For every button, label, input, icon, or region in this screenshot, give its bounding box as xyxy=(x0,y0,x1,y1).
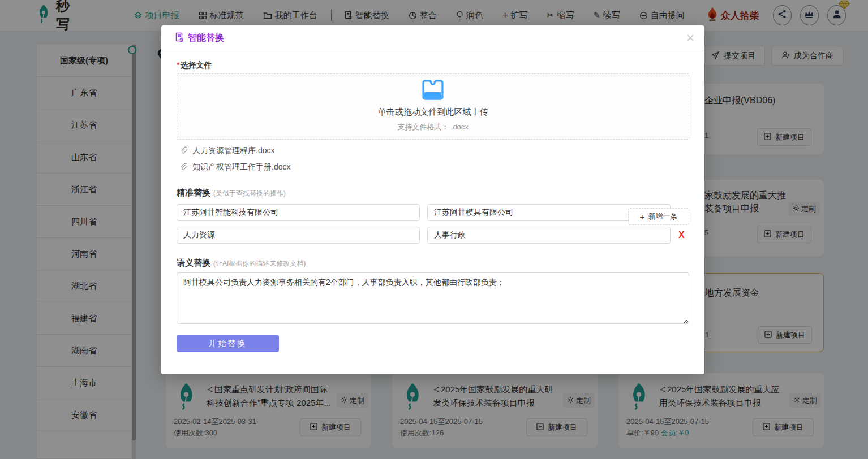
app-root: 秒写 项目申报 标准规范 我的工作台 智能替换 整合 xyxy=(0,0,868,459)
modal-title-text: 智能替换 xyxy=(188,32,224,44)
modal-body: *选择文件 单击或拖动文件到此区域上传 支持文件格式： .docx 人力资源管理… xyxy=(161,51,704,352)
delete-row-button[interactable]: X xyxy=(678,230,685,240)
replace-pair-row: X xyxy=(177,227,689,244)
uploaded-file-item[interactable]: 人力资源管理程序.docx xyxy=(179,146,689,156)
smart-replace-modal: 智能替换 × *选择文件 单击或拖动文件到此区域上传 支持文件格式： .docx xyxy=(161,25,704,374)
required-asterisk: * xyxy=(177,60,179,70)
dropzone-hint: 支持文件格式： .docx xyxy=(177,122,689,132)
semantic-replace-hint: (让AI根据你的描述来修改文档) xyxy=(213,259,306,269)
start-replace-button[interactable]: 开始替换 xyxy=(177,335,279,352)
plus-icon: + xyxy=(640,212,645,222)
upload-inbox-icon xyxy=(177,80,689,102)
semantic-replace-label: 语义替换 xyxy=(177,258,210,269)
modal-header: 智能替换 × xyxy=(161,25,704,51)
file-dropzone[interactable]: 单击或拖动文件到此区域上传 支持文件格式： .docx xyxy=(177,73,689,140)
uploaded-file-item[interactable]: 知识产权管理工作手册.docx xyxy=(179,162,689,172)
semantic-description-textarea[interactable]: 阿甘模具公司负责人力资源事务相关的有2个部门，人事部负责入职，其他都由行政部负责… xyxy=(177,272,689,324)
replace-from-input[interactable] xyxy=(177,204,420,221)
file-section-label: 选择文件 xyxy=(180,60,212,70)
add-row-button[interactable]: + 新增一条 xyxy=(628,208,689,225)
dropzone-text: 单击或拖动文件到此区域上传 xyxy=(177,107,689,118)
file-name: 人力资源管理程序.docx xyxy=(192,146,274,156)
doc-replace-icon xyxy=(175,32,184,45)
close-icon[interactable]: × xyxy=(686,31,694,45)
replace-pair-row: X xyxy=(177,204,689,221)
paperclip-icon xyxy=(179,146,187,156)
paperclip-icon xyxy=(179,163,187,172)
replace-to-input[interactable] xyxy=(427,227,671,244)
precise-replace-label: 精准替换 xyxy=(177,188,210,198)
file-name: 知识产权管理工作手册.docx xyxy=(192,162,290,172)
precise-replace-hint: (类似于查找替换的操作) xyxy=(213,189,286,198)
replace-from-input[interactable] xyxy=(177,227,420,244)
